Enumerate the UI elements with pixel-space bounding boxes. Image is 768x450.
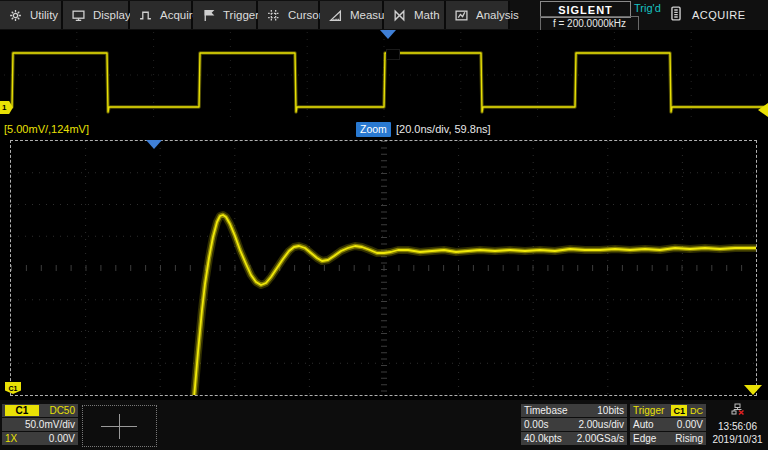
zoom-trigger-delay-marker-icon[interactable]	[146, 140, 162, 149]
math-icon	[393, 9, 408, 22]
trigger-title: Trigger	[633, 405, 664, 416]
menu-bar: Utility Display Acquire Trigger Cursors	[0, 0, 768, 30]
menu-item-trigger[interactable]: Trigger	[193, 1, 258, 29]
zoom-vertical-scale-readout: [5.00mV/,124mV]	[4, 123, 89, 135]
zoom-info-strip: [5.00mV/,124mV] Zoom [20.0ns/div, 59.8ns…	[0, 120, 768, 140]
trigger-mode: Auto	[633, 419, 654, 430]
channel-name-badge: C1	[5, 405, 39, 416]
trigger-panel[interactable]: Trigger C1 DC Auto 0.00V Edge Rising	[630, 404, 706, 445]
trigger-coupling: DC	[690, 406, 703, 416]
trigger-row-2: Auto 0.00V	[630, 418, 706, 431]
zoom-trace-outer-glow	[192, 215, 756, 395]
channel-1-descriptor-panel[interactable]: C1 DC50 50.0mV/div 1X 0.00V	[2, 404, 78, 445]
zoom-trace	[192, 215, 756, 395]
trigger-slope: Rising	[675, 433, 703, 444]
brand-logo: SIGLENT	[558, 4, 613, 16]
add-channel-placeholder[interactable]	[82, 405, 157, 447]
timebase-delay: 0.00s	[524, 419, 548, 430]
timebase-memory: 40.0kpts	[524, 433, 562, 444]
cursors-icon	[267, 9, 282, 22]
clock-time: 13:56:06	[709, 420, 766, 433]
menu-item-acquire[interactable]: Acquire	[130, 1, 193, 29]
zoom-view-plot	[11, 141, 756, 395]
menu-label-display: Display	[93, 9, 131, 21]
trigger-source-badge: C1	[671, 405, 687, 416]
menu-item-utility[interactable]: Utility	[0, 1, 63, 29]
frequency-counter-box: f = 200.0000kHz	[540, 16, 639, 31]
zoom-waveform-window	[10, 140, 757, 396]
channel-panel-row-3: 1X 0.00V	[2, 432, 78, 445]
timebase-scale: 2.00us/div	[578, 419, 624, 430]
trigger-row-1: Trigger C1 DC	[630, 404, 706, 417]
trigger-row-3: Edge Rising	[630, 432, 706, 445]
main-view-plot	[0, 30, 768, 120]
trigger-level-marker-icon[interactable]	[758, 103, 768, 117]
measure-icon	[329, 9, 344, 22]
channel-offset: 0.00V	[49, 433, 75, 444]
zoom-mode-badge[interactable]: Zoom	[356, 122, 391, 137]
menu-label-analysis: Analysis	[476, 9, 519, 21]
menu-item-math[interactable]: Math	[384, 1, 446, 29]
status-bar: C1 DC50 50.0mV/div 1X 0.00V Timebase 10b…	[0, 400, 768, 450]
clock-date: 2019/10/31	[709, 433, 766, 446]
main-waveform-view: 1	[0, 30, 768, 120]
menu-item-display[interactable]: Display	[63, 1, 130, 29]
trigger-status-badge: Trig'd	[634, 2, 661, 14]
clock-block[interactable]: 13:56:06 2019/10/31	[709, 402, 766, 446]
plus-icon	[119, 414, 120, 439]
timebase-row-3: 40.0kpts 2.00GSa/s	[521, 432, 627, 445]
trigger-type: Edge	[633, 433, 656, 444]
trigger-level: 0.00V	[677, 419, 703, 430]
gear-icon	[9, 9, 24, 22]
channel-panel-row-1: C1 DC50	[2, 404, 78, 417]
acquire-label: ACQUIRE	[692, 9, 746, 21]
zoom-horizontal-scale-readout: [20.0ns/div, 59.8ns]	[396, 123, 491, 135]
timebase-title: Timebase	[524, 405, 568, 416]
zoom-offset-marker-icon[interactable]	[744, 385, 762, 395]
timebase-panel[interactable]: Timebase 10bits 0.00s 2.00us/div 40.0kpt…	[521, 404, 627, 445]
display-icon	[72, 9, 87, 22]
timebase-sample-rate: 2.00GSa/s	[577, 433, 624, 444]
oscilloscope-screen: Utility Display Acquire Trigger Cursors	[0, 0, 768, 450]
analysis-icon	[455, 9, 470, 22]
zoom-region-indicator	[386, 49, 400, 60]
frequency-readout: f = 200.0000kHz	[553, 18, 626, 29]
channel-panel-row-2: 50.0mV/div	[2, 418, 78, 431]
acquire-button[interactable]: ACQUIRE	[664, 3, 764, 27]
timebase-resolution: 10bits	[597, 405, 624, 416]
menu-label-utility: Utility	[30, 9, 58, 21]
lan-disconnected-icon	[731, 402, 745, 415]
channel-scale: 50.0mV/div	[25, 419, 75, 430]
menu-label-trigger: Trigger	[223, 9, 259, 21]
clipboard-icon	[670, 6, 682, 25]
timebase-row-1: Timebase 10bits	[521, 404, 627, 417]
timebase-row-2: 0.00s 2.00us/div	[521, 418, 627, 431]
menu-label-math: Math	[414, 9, 440, 21]
menu-item-cursors[interactable]: Cursors	[258, 1, 320, 29]
menu-item-analysis[interactable]: Analysis	[446, 1, 510, 29]
zoom-trace-glow	[192, 215, 756, 395]
acquire-icon	[139, 9, 154, 22]
flag-icon	[202, 9, 217, 22]
channel-probe: 1X	[5, 433, 17, 444]
channel-coupling: DC50	[49, 405, 75, 416]
trigger-position-marker-icon[interactable]	[380, 30, 396, 39]
menu-item-measure[interactable]: Measure	[320, 1, 384, 29]
